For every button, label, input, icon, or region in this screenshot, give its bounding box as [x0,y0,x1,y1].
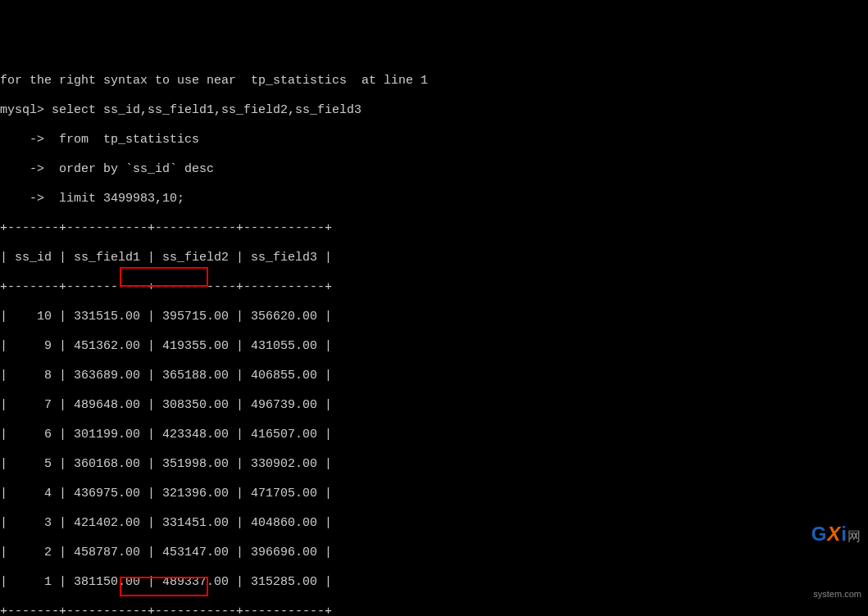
table-row: | 5 | 360168.00 | 351998.00 | 330902.00 … [0,457,868,472]
table-row: | 8 | 363689.00 | 365188.00 | 406855.00 … [0,369,868,383]
table1-sep-top: +-------+-----------+-----------+-------… [0,221,868,236]
watermark-i: i [841,523,848,545]
table1-header: | ss_id | ss_field1 | ss_field2 | ss_fie… [0,251,868,265]
table1-sep-bot: +-------+-----------+-----------+-------… [0,605,868,616]
table-row: | 9 | 451362.00 | 419355.00 | 431055.00 … [0,339,868,354]
table-row: | 10 | 331515.00 | 395715.00 | 356620.00… [0,310,868,324]
watermark-g: G [811,523,828,545]
table-row: | 4 | 436975.00 | 321396.00 | 471705.00 … [0,487,868,501]
terminal-output[interactable]: for the right syntax to use near tp_stat… [0,59,868,616]
table-row: | 1 | 381150.00 | 489337.00 | 315285.00 … [0,575,868,590]
query1-line2: -> from tp_statistics [0,133,868,147]
table-row: | 3 | 421402.00 | 331451.00 | 404860.00 … [0,516,868,531]
watermark-x: X [827,523,841,545]
watermark-sub: system.com [786,590,861,599]
watermark-net: 网 [848,529,861,543]
query1-line3: -> order by `ss_id` desc [0,162,868,177]
table-row: | 2 | 458787.00 | 453147.00 | 396696.00 … [0,546,868,560]
table-row: | 6 | 301199.00 | 423348.00 | 416507.00 … [0,428,868,442]
table-row: | 7 | 489648.00 | 308350.00 | 496739.00 … [0,398,868,413]
query1-line1: mysql> select ss_id,ss_field1,ss_field2,… [0,103,868,118]
watermark: GXi网 system.com [786,480,861,611]
query1-line4: -> limit 3499983,10; [0,192,868,206]
prev-error-line: for the right syntax to use near tp_stat… [0,74,868,88]
table1-sep-mid: +-------+-----------+-----------+-------… [0,280,868,295]
